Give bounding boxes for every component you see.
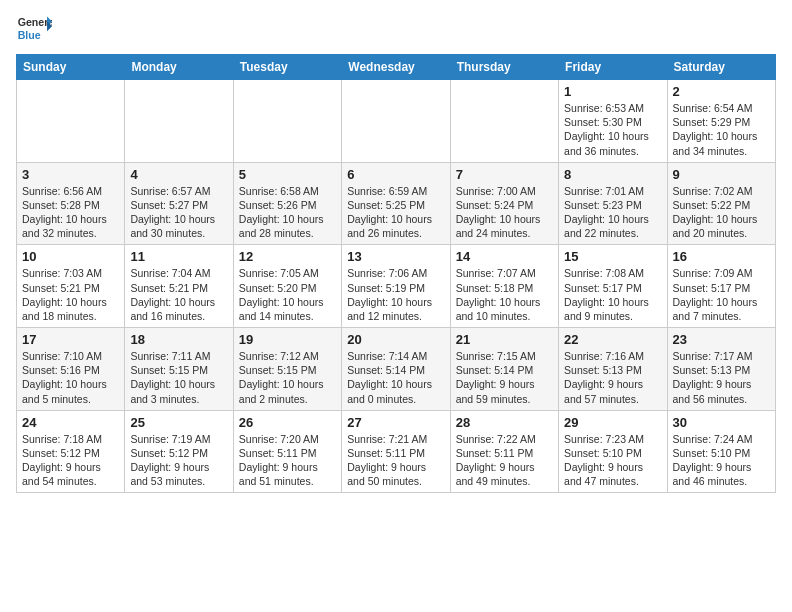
day-info: Sunrise: 7:16 AM Sunset: 5:13 PM Dayligh…	[564, 349, 661, 406]
day-number: 4	[130, 167, 227, 182]
day-number: 6	[347, 167, 444, 182]
calendar-cell: 28Sunrise: 7:22 AM Sunset: 5:11 PM Dayli…	[450, 410, 558, 493]
calendar-cell: 30Sunrise: 7:24 AM Sunset: 5:10 PM Dayli…	[667, 410, 775, 493]
day-number: 23	[673, 332, 770, 347]
calendar-cell	[450, 80, 558, 163]
calendar-cell: 23Sunrise: 7:17 AM Sunset: 5:13 PM Dayli…	[667, 328, 775, 411]
day-number: 9	[673, 167, 770, 182]
day-info: Sunrise: 7:18 AM Sunset: 5:12 PM Dayligh…	[22, 432, 119, 489]
day-info: Sunrise: 7:17 AM Sunset: 5:13 PM Dayligh…	[673, 349, 770, 406]
day-info: Sunrise: 7:10 AM Sunset: 5:16 PM Dayligh…	[22, 349, 119, 406]
day-info: Sunrise: 7:00 AM Sunset: 5:24 PM Dayligh…	[456, 184, 553, 241]
calendar-table: SundayMondayTuesdayWednesdayThursdayFrid…	[16, 54, 776, 493]
calendar-cell: 29Sunrise: 7:23 AM Sunset: 5:10 PM Dayli…	[559, 410, 667, 493]
day-info: Sunrise: 7:08 AM Sunset: 5:17 PM Dayligh…	[564, 266, 661, 323]
day-info: Sunrise: 6:54 AM Sunset: 5:29 PM Dayligh…	[673, 101, 770, 158]
calendar-week-5: 24Sunrise: 7:18 AM Sunset: 5:12 PM Dayli…	[17, 410, 776, 493]
calendar-cell: 8Sunrise: 7:01 AM Sunset: 5:23 PM Daylig…	[559, 162, 667, 245]
day-number: 20	[347, 332, 444, 347]
calendar-cell: 24Sunrise: 7:18 AM Sunset: 5:12 PM Dayli…	[17, 410, 125, 493]
day-info: Sunrise: 7:11 AM Sunset: 5:15 PM Dayligh…	[130, 349, 227, 406]
day-info: Sunrise: 7:24 AM Sunset: 5:10 PM Dayligh…	[673, 432, 770, 489]
day-info: Sunrise: 6:53 AM Sunset: 5:30 PM Dayligh…	[564, 101, 661, 158]
day-number: 24	[22, 415, 119, 430]
calendar-cell: 21Sunrise: 7:15 AM Sunset: 5:14 PM Dayli…	[450, 328, 558, 411]
day-number: 12	[239, 249, 336, 264]
day-number: 18	[130, 332, 227, 347]
day-info: Sunrise: 7:01 AM Sunset: 5:23 PM Dayligh…	[564, 184, 661, 241]
svg-text:Blue: Blue	[18, 29, 41, 41]
calendar-cell: 22Sunrise: 7:16 AM Sunset: 5:13 PM Dayli…	[559, 328, 667, 411]
day-number: 16	[673, 249, 770, 264]
page: General Blue SundayMondayTuesdayWednesda…	[0, 0, 792, 509]
header: General Blue	[16, 10, 776, 46]
day-number: 30	[673, 415, 770, 430]
day-number: 8	[564, 167, 661, 182]
weekday-header-sunday: Sunday	[17, 55, 125, 80]
day-number: 15	[564, 249, 661, 264]
calendar-week-2: 3Sunrise: 6:56 AM Sunset: 5:28 PM Daylig…	[17, 162, 776, 245]
calendar-cell: 1Sunrise: 6:53 AM Sunset: 5:30 PM Daylig…	[559, 80, 667, 163]
calendar-cell: 9Sunrise: 7:02 AM Sunset: 5:22 PM Daylig…	[667, 162, 775, 245]
day-info: Sunrise: 6:58 AM Sunset: 5:26 PM Dayligh…	[239, 184, 336, 241]
day-info: Sunrise: 7:06 AM Sunset: 5:19 PM Dayligh…	[347, 266, 444, 323]
weekday-header-tuesday: Tuesday	[233, 55, 341, 80]
day-number: 28	[456, 415, 553, 430]
day-info: Sunrise: 7:03 AM Sunset: 5:21 PM Dayligh…	[22, 266, 119, 323]
calendar-cell	[17, 80, 125, 163]
calendar-cell: 15Sunrise: 7:08 AM Sunset: 5:17 PM Dayli…	[559, 245, 667, 328]
day-number: 26	[239, 415, 336, 430]
calendar-cell	[342, 80, 450, 163]
calendar-cell: 26Sunrise: 7:20 AM Sunset: 5:11 PM Dayli…	[233, 410, 341, 493]
day-info: Sunrise: 6:56 AM Sunset: 5:28 PM Dayligh…	[22, 184, 119, 241]
weekday-header-saturday: Saturday	[667, 55, 775, 80]
day-info: Sunrise: 7:02 AM Sunset: 5:22 PM Dayligh…	[673, 184, 770, 241]
calendar-cell: 12Sunrise: 7:05 AM Sunset: 5:20 PM Dayli…	[233, 245, 341, 328]
calendar-week-1: 1Sunrise: 6:53 AM Sunset: 5:30 PM Daylig…	[17, 80, 776, 163]
day-info: Sunrise: 7:14 AM Sunset: 5:14 PM Dayligh…	[347, 349, 444, 406]
day-number: 21	[456, 332, 553, 347]
calendar-cell: 4Sunrise: 6:57 AM Sunset: 5:27 PM Daylig…	[125, 162, 233, 245]
day-info: Sunrise: 6:59 AM Sunset: 5:25 PM Dayligh…	[347, 184, 444, 241]
day-info: Sunrise: 7:22 AM Sunset: 5:11 PM Dayligh…	[456, 432, 553, 489]
logo: General Blue	[16, 10, 52, 46]
day-number: 29	[564, 415, 661, 430]
day-number: 19	[239, 332, 336, 347]
day-number: 7	[456, 167, 553, 182]
calendar-cell: 18Sunrise: 7:11 AM Sunset: 5:15 PM Dayli…	[125, 328, 233, 411]
calendar-cell: 5Sunrise: 6:58 AM Sunset: 5:26 PM Daylig…	[233, 162, 341, 245]
calendar-cell: 11Sunrise: 7:04 AM Sunset: 5:21 PM Dayli…	[125, 245, 233, 328]
calendar-cell: 16Sunrise: 7:09 AM Sunset: 5:17 PM Dayli…	[667, 245, 775, 328]
day-number: 1	[564, 84, 661, 99]
calendar-cell: 27Sunrise: 7:21 AM Sunset: 5:11 PM Dayli…	[342, 410, 450, 493]
calendar-week-4: 17Sunrise: 7:10 AM Sunset: 5:16 PM Dayli…	[17, 328, 776, 411]
calendar-header-row: SundayMondayTuesdayWednesdayThursdayFrid…	[17, 55, 776, 80]
day-info: Sunrise: 7:20 AM Sunset: 5:11 PM Dayligh…	[239, 432, 336, 489]
calendar-cell: 3Sunrise: 6:56 AM Sunset: 5:28 PM Daylig…	[17, 162, 125, 245]
calendar-cell: 25Sunrise: 7:19 AM Sunset: 5:12 PM Dayli…	[125, 410, 233, 493]
day-info: Sunrise: 7:09 AM Sunset: 5:17 PM Dayligh…	[673, 266, 770, 323]
day-number: 27	[347, 415, 444, 430]
day-number: 17	[22, 332, 119, 347]
day-info: Sunrise: 6:57 AM Sunset: 5:27 PM Dayligh…	[130, 184, 227, 241]
day-info: Sunrise: 7:21 AM Sunset: 5:11 PM Dayligh…	[347, 432, 444, 489]
day-number: 3	[22, 167, 119, 182]
calendar-cell: 19Sunrise: 7:12 AM Sunset: 5:15 PM Dayli…	[233, 328, 341, 411]
calendar-cell: 7Sunrise: 7:00 AM Sunset: 5:24 PM Daylig…	[450, 162, 558, 245]
day-info: Sunrise: 7:07 AM Sunset: 5:18 PM Dayligh…	[456, 266, 553, 323]
day-info: Sunrise: 7:04 AM Sunset: 5:21 PM Dayligh…	[130, 266, 227, 323]
day-number: 2	[673, 84, 770, 99]
calendar-cell: 20Sunrise: 7:14 AM Sunset: 5:14 PM Dayli…	[342, 328, 450, 411]
calendar-week-3: 10Sunrise: 7:03 AM Sunset: 5:21 PM Dayli…	[17, 245, 776, 328]
calendar-cell: 17Sunrise: 7:10 AM Sunset: 5:16 PM Dayli…	[17, 328, 125, 411]
svg-text:General: General	[18, 16, 52, 28]
day-number: 13	[347, 249, 444, 264]
calendar-cell: 2Sunrise: 6:54 AM Sunset: 5:29 PM Daylig…	[667, 80, 775, 163]
weekday-header-monday: Monday	[125, 55, 233, 80]
day-number: 25	[130, 415, 227, 430]
calendar-cell	[125, 80, 233, 163]
day-info: Sunrise: 7:05 AM Sunset: 5:20 PM Dayligh…	[239, 266, 336, 323]
day-info: Sunrise: 7:19 AM Sunset: 5:12 PM Dayligh…	[130, 432, 227, 489]
calendar-cell: 14Sunrise: 7:07 AM Sunset: 5:18 PM Dayli…	[450, 245, 558, 328]
day-info: Sunrise: 7:23 AM Sunset: 5:10 PM Dayligh…	[564, 432, 661, 489]
